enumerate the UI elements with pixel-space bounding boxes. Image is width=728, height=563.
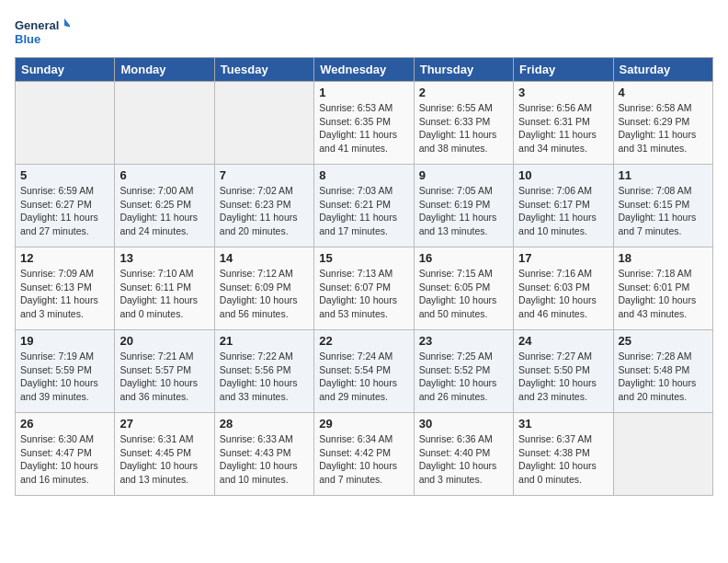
day-of-week-header: Monday <box>115 58 214 82</box>
day-number: 31 <box>518 417 608 431</box>
calendar-cell: 11Sunrise: 7:08 AM Sunset: 6:15 PM Dayli… <box>613 165 712 247</box>
day-number: 12 <box>20 251 109 265</box>
day-number: 2 <box>419 86 508 99</box>
calendar-cell: 14Sunrise: 7:12 AM Sunset: 6:09 PM Dayli… <box>214 247 313 330</box>
day-info: Sunrise: 7:24 AM Sunset: 5:54 PM Dayligh… <box>319 350 408 404</box>
day-number: 25 <box>619 334 708 348</box>
day-info: Sunrise: 7:12 AM Sunset: 6:09 PM Dayligh… <box>220 267 309 321</box>
svg-text:General: General <box>15 18 59 32</box>
calendar-cell: 2Sunrise: 6:55 AM Sunset: 6:33 PM Daylig… <box>414 82 513 165</box>
calendar-cell: 13Sunrise: 7:10 AM Sunset: 6:11 PM Dayli… <box>115 247 214 330</box>
day-number: 18 <box>619 251 708 265</box>
day-info: Sunrise: 6:56 AM Sunset: 6:31 PM Dayligh… <box>518 101 608 155</box>
calendar-cell: 25Sunrise: 7:28 AM Sunset: 5:48 PM Dayli… <box>613 330 712 413</box>
calendar-week-row: 12Sunrise: 7:09 AM Sunset: 6:13 PM Dayli… <box>16 247 713 330</box>
day-info: Sunrise: 6:31 AM Sunset: 4:45 PM Dayligh… <box>119 432 209 487</box>
day-info: Sunrise: 7:27 AM Sunset: 5:50 PM Dayligh… <box>518 350 608 404</box>
calendar-cell: 29Sunrise: 6:34 AM Sunset: 4:42 PM Dayli… <box>314 413 414 496</box>
calendar-cell: 7Sunrise: 7:02 AM Sunset: 6:23 PM Daylig… <box>214 165 313 247</box>
day-info: Sunrise: 7:25 AM Sunset: 5:52 PM Dayligh… <box>419 350 508 404</box>
day-number: 24 <box>518 334 608 348</box>
day-info: Sunrise: 6:33 AM Sunset: 4:43 PM Dayligh… <box>220 432 309 487</box>
calendar-table: SundayMondayTuesdayWednesdayThursdayFrid… <box>15 57 713 496</box>
day-info: Sunrise: 6:34 AM Sunset: 4:42 PM Dayligh… <box>319 432 408 487</box>
calendar-week-row: 26Sunrise: 6:30 AM Sunset: 4:47 PM Dayli… <box>16 413 713 496</box>
calendar-cell: 4Sunrise: 6:58 AM Sunset: 6:29 PM Daylig… <box>613 82 712 165</box>
day-info: Sunrise: 7:16 AM Sunset: 6:03 PM Dayligh… <box>518 267 608 321</box>
day-info: Sunrise: 6:37 AM Sunset: 4:38 PM Dayligh… <box>518 432 608 487</box>
day-of-week-header: Wednesday <box>314 58 414 82</box>
day-number: 20 <box>119 334 209 348</box>
calendar-cell: 9Sunrise: 7:05 AM Sunset: 6:19 PM Daylig… <box>414 165 513 247</box>
page-header: General Blue <box>15 15 713 50</box>
calendar-cell: 21Sunrise: 7:22 AM Sunset: 5:56 PM Dayli… <box>214 330 313 413</box>
calendar-cell: 22Sunrise: 7:24 AM Sunset: 5:54 PM Dayli… <box>314 330 414 413</box>
day-number: 5 <box>20 168 109 182</box>
day-number: 13 <box>119 251 209 265</box>
day-number: 29 <box>319 417 408 431</box>
day-info: Sunrise: 7:00 AM Sunset: 6:25 PM Dayligh… <box>119 184 209 238</box>
day-info: Sunrise: 6:53 AM Sunset: 6:35 PM Dayligh… <box>319 101 408 155</box>
calendar-cell: 24Sunrise: 7:27 AM Sunset: 5:50 PM Dayli… <box>514 330 613 413</box>
calendar-week-row: 1Sunrise: 6:53 AM Sunset: 6:35 PM Daylig… <box>16 82 713 165</box>
calendar-cell <box>613 413 712 496</box>
day-number: 14 <box>220 251 309 265</box>
day-of-week-header: Saturday <box>613 58 712 82</box>
day-number: 11 <box>619 168 708 182</box>
day-number: 26 <box>20 417 109 431</box>
day-info: Sunrise: 6:30 AM Sunset: 4:47 PM Dayligh… <box>20 432 109 487</box>
calendar-week-row: 5Sunrise: 6:59 AM Sunset: 6:27 PM Daylig… <box>16 165 713 247</box>
day-info: Sunrise: 7:05 AM Sunset: 6:19 PM Dayligh… <box>419 184 508 238</box>
day-info: Sunrise: 7:10 AM Sunset: 6:11 PM Dayligh… <box>119 267 209 321</box>
calendar-cell <box>115 82 214 165</box>
calendar-cell: 10Sunrise: 7:06 AM Sunset: 6:17 PM Dayli… <box>514 165 613 247</box>
day-info: Sunrise: 6:36 AM Sunset: 4:40 PM Dayligh… <box>419 432 508 487</box>
day-number: 15 <box>319 251 408 265</box>
day-info: Sunrise: 6:55 AM Sunset: 6:33 PM Dayligh… <box>419 101 508 155</box>
calendar-cell: 19Sunrise: 7:19 AM Sunset: 5:59 PM Dayli… <box>16 330 115 413</box>
calendar-cell: 30Sunrise: 6:36 AM Sunset: 4:40 PM Dayli… <box>414 413 513 496</box>
day-number: 16 <box>419 251 508 265</box>
day-number: 9 <box>419 168 508 182</box>
day-info: Sunrise: 7:08 AM Sunset: 6:15 PM Dayligh… <box>619 184 708 238</box>
day-of-week-header: Thursday <box>414 58 513 82</box>
calendar-header-row: SundayMondayTuesdayWednesdayThursdayFrid… <box>16 58 713 82</box>
day-number: 17 <box>518 251 608 265</box>
day-number: 10 <box>518 168 608 182</box>
calendar-cell: 8Sunrise: 7:03 AM Sunset: 6:21 PM Daylig… <box>314 165 414 247</box>
day-info: Sunrise: 7:18 AM Sunset: 6:01 PM Dayligh… <box>619 267 708 321</box>
day-info: Sunrise: 7:02 AM Sunset: 6:23 PM Dayligh… <box>220 184 309 238</box>
day-info: Sunrise: 7:13 AM Sunset: 6:07 PM Dayligh… <box>319 267 408 321</box>
calendar-cell: 6Sunrise: 7:00 AM Sunset: 6:25 PM Daylig… <box>115 165 214 247</box>
day-number: 6 <box>119 168 209 182</box>
day-info: Sunrise: 7:22 AM Sunset: 5:56 PM Dayligh… <box>220 350 309 404</box>
day-info: Sunrise: 7:06 AM Sunset: 6:17 PM Dayligh… <box>518 184 608 238</box>
calendar-cell: 18Sunrise: 7:18 AM Sunset: 6:01 PM Dayli… <box>613 247 712 330</box>
day-info: Sunrise: 7:21 AM Sunset: 5:57 PM Dayligh… <box>119 350 209 404</box>
day-number: 3 <box>518 86 608 99</box>
calendar-cell: 16Sunrise: 7:15 AM Sunset: 6:05 PM Dayli… <box>414 247 513 330</box>
calendar-cell: 23Sunrise: 7:25 AM Sunset: 5:52 PM Dayli… <box>414 330 513 413</box>
calendar-cell: 27Sunrise: 6:31 AM Sunset: 4:45 PM Dayli… <box>115 413 214 496</box>
calendar-cell: 17Sunrise: 7:16 AM Sunset: 6:03 PM Dayli… <box>514 247 613 330</box>
calendar-cell: 26Sunrise: 6:30 AM Sunset: 4:47 PM Dayli… <box>16 413 115 496</box>
svg-text:Blue: Blue <box>15 32 40 46</box>
day-number: 1 <box>319 86 408 99</box>
day-info: Sunrise: 7:09 AM Sunset: 6:13 PM Dayligh… <box>20 267 109 321</box>
day-number: 7 <box>220 168 309 182</box>
calendar-cell <box>16 82 115 165</box>
day-info: Sunrise: 7:03 AM Sunset: 6:21 PM Dayligh… <box>319 184 408 238</box>
day-number: 4 <box>619 86 708 99</box>
calendar-cell: 5Sunrise: 6:59 AM Sunset: 6:27 PM Daylig… <box>16 165 115 247</box>
day-info: Sunrise: 7:28 AM Sunset: 5:48 PM Dayligh… <box>619 350 708 404</box>
day-number: 8 <box>319 168 408 182</box>
calendar-cell: 1Sunrise: 6:53 AM Sunset: 6:35 PM Daylig… <box>314 82 414 165</box>
day-info: Sunrise: 6:59 AM Sunset: 6:27 PM Dayligh… <box>20 184 109 238</box>
day-info: Sunrise: 7:15 AM Sunset: 6:05 PM Dayligh… <box>419 267 508 321</box>
logo-svg: General Blue <box>15 15 70 50</box>
day-number: 30 <box>419 417 508 431</box>
logo: General Blue <box>15 15 70 50</box>
calendar-cell: 31Sunrise: 6:37 AM Sunset: 4:38 PM Dayli… <box>514 413 613 496</box>
day-number: 27 <box>119 417 209 431</box>
calendar-cell: 12Sunrise: 7:09 AM Sunset: 6:13 PM Dayli… <box>16 247 115 330</box>
